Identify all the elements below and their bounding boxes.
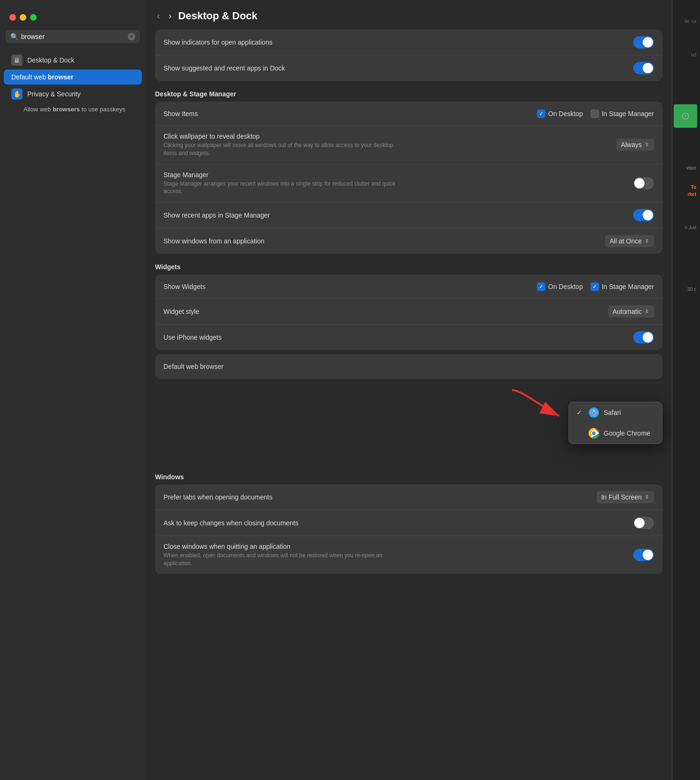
- default-browser-value: Safari: [624, 363, 642, 370]
- search-icon: 🔍: [10, 33, 18, 40]
- arrow-annotation: [507, 385, 564, 425]
- back-button[interactable]: ‹: [155, 9, 162, 22]
- forward-button[interactable]: ›: [167, 9, 174, 22]
- in-stage-group: In Stage Manager: [591, 109, 654, 118]
- iphone-widgets-row: Use iPhone widgets: [155, 325, 662, 350]
- windows-header: Windows: [155, 473, 662, 481]
- fullscreen-button[interactable]: [30, 14, 37, 21]
- widget-style-select[interactable]: Automatic ⬍: [608, 305, 654, 318]
- sidebar-item-default-browser[interactable]: Default web browser: [4, 70, 142, 85]
- prefer-tabs-select[interactable]: In Full Screen ⬍: [597, 491, 654, 503]
- sidebar-item-desktop-dock[interactable]: 🖥 Desktop & Dock: [4, 51, 142, 70]
- ask-keep-changes-toggle[interactable]: [633, 517, 654, 529]
- svg-point-10: [592, 431, 596, 435]
- show-indicators-toggle[interactable]: [633, 36, 654, 48]
- sidebar-sub-item-passkeys[interactable]: Allow web browsers to use passkeys: [0, 103, 146, 115]
- content-area: Show indicators for open applications Sh…: [146, 30, 672, 597]
- chrome-label: Google Chrome: [604, 429, 650, 437]
- prefer-tabs-row: Prefer tabs when opening documents In Fu…: [155, 484, 662, 510]
- default-browser-label: Default web browser: [163, 363, 224, 370]
- in-stage-label: In Stage Manager: [602, 110, 654, 117]
- show-recent-stage-label: Show recent apps in Stage Manager: [163, 211, 633, 219]
- click-wallpaper-label: Click wallpaper to reveal desktop: [163, 133, 616, 140]
- ask-keep-changes-row: Ask to keep changes when closing documen…: [155, 510, 662, 536]
- on-desktop-checkbox[interactable]: ✓: [537, 109, 545, 118]
- sidebar: 🔍 ✕ 🖥 Desktop & Dock Default web browser…: [0, 0, 146, 780]
- sidebar-item-label-desktop-dock: Desktop & Dock: [27, 56, 74, 64]
- show-windows-select[interactable]: All at Once ⬍: [605, 235, 654, 247]
- click-wallpaper-select[interactable]: Always ⬍: [616, 139, 654, 151]
- show-suggested-row: Show suggested and recent apps in Dock: [155, 55, 662, 81]
- click-wallpaper-row: Click wallpaper to reveal desktop Clicki…: [155, 126, 662, 164]
- close-windows-label: Close windows when quitting an applicati…: [163, 543, 633, 550]
- desktop-stage-card: Show Items ✓ On Desktop In Stage Manager: [155, 101, 662, 254]
- widgets-in-stage-checkbox[interactable]: ✓: [591, 282, 599, 291]
- widget-style-value: Automatic: [613, 308, 642, 315]
- prefer-tabs-value: In Full Screen: [601, 493, 642, 501]
- widgets-on-desktop-checkbox[interactable]: ✓: [537, 282, 545, 291]
- search-clear-button[interactable]: ✕: [128, 33, 135, 40]
- minimize-button[interactable]: [20, 14, 26, 21]
- dropdown-item-chrome[interactable]: ✓ Google Chro: [569, 423, 662, 444]
- chrome-icon: [589, 428, 599, 438]
- widget-style-chevron-icon: ⬍: [645, 308, 649, 315]
- show-suggested-label: Show suggested and recent apps in Dock: [163, 64, 633, 72]
- dock-settings-card: Show indicators for open applications Sh…: [155, 30, 662, 81]
- safari-icon: [589, 407, 599, 418]
- sidebar-item-label-privacy: Privacy & Security: [27, 90, 81, 98]
- windows-card: Prefer tabs when opening documents In Fu…: [155, 484, 662, 574]
- widgets-card: Show Widgets ✓ On Desktop ✓ In Stage Man…: [155, 274, 662, 350]
- desktop-dock-icon: 🖥: [11, 55, 23, 66]
- chevron-up-down-icon: ⬍: [645, 141, 649, 148]
- sidebar-item-privacy-security[interactable]: ✋ Privacy & Security: [4, 85, 142, 103]
- in-stage-checkbox[interactable]: [591, 109, 599, 118]
- ask-keep-changes-label: Ask to keep changes when closing documen…: [163, 519, 633, 527]
- iphone-widgets-label: Use iPhone widgets: [163, 334, 633, 341]
- stage-manager-toggle[interactable]: [633, 177, 654, 189]
- sidebar-sub-item-label: Allow web browsers to use passkeys: [23, 106, 125, 113]
- chevron-updown-icon: ⬍: [645, 238, 649, 244]
- privacy-icon: ✋: [11, 88, 23, 100]
- prefer-tabs-label: Prefer tabs when opening documents: [163, 493, 597, 501]
- close-windows-toggle[interactable]: [633, 549, 654, 561]
- widgets-in-stage-group: ✓ In Stage Manager: [591, 282, 654, 291]
- show-widgets-row: Show Widgets ✓ On Desktop ✓ In Stage Man…: [155, 274, 662, 299]
- search-bar[interactable]: 🔍 ✕: [6, 30, 140, 43]
- show-windows-value: All at Once: [610, 237, 642, 245]
- widget-style-row: Widget style Automatic ⬍: [155, 299, 662, 325]
- traffic-lights: [0, 9, 146, 30]
- close-windows-row: Close windows when quitting an applicati…: [155, 536, 662, 574]
- stage-manager-desc: Stage Manager arranges your recent windo…: [163, 180, 408, 196]
- show-recent-stage-toggle[interactable]: [633, 209, 654, 221]
- default-browser-row: Default web browser Safari ⬍: [155, 354, 662, 379]
- show-indicators-row: Show indicators for open applications: [155, 30, 662, 55]
- widget-style-label: Widget style: [163, 308, 608, 315]
- show-indicators-label: Show indicators for open applications: [163, 39, 633, 46]
- show-windows-label: Show windows from an application: [163, 237, 605, 245]
- widgets-on-desktop-group: ✓ On Desktop: [537, 282, 583, 291]
- widgets-on-desktop-label: On Desktop: [548, 283, 583, 290]
- desktop-stage-header: Desktop & Stage Manager: [155, 90, 662, 98]
- iphone-widgets-toggle[interactable]: [633, 331, 654, 343]
- prefer-tabs-chevron-icon: ⬍: [645, 494, 649, 500]
- widgets-in-stage-label: In Stage Manager: [602, 283, 654, 290]
- sidebar-item-label-default-browser: Default web browser: [11, 73, 73, 81]
- browser-dropdown: ✓ Safari ✓: [568, 402, 662, 444]
- browser-select-chevron-icon: ⬍: [645, 363, 649, 370]
- stage-manager-label: Stage Manager: [163, 171, 633, 179]
- close-windows-desc: When enabled, open documents and windows…: [163, 552, 408, 568]
- show-widgets-label: Show Widgets: [163, 283, 537, 290]
- page-title: Desktop & Dock: [178, 10, 257, 22]
- title-bar: ‹ › Desktop & Dock: [146, 0, 672, 30]
- dropdown-item-safari[interactable]: ✓ Safari: [569, 402, 662, 423]
- on-desktop-group: ✓ On Desktop: [537, 109, 583, 118]
- stage-manager-row: Stage Manager Stage Manager arranges you…: [155, 164, 662, 203]
- show-suggested-toggle[interactable]: [633, 62, 654, 74]
- main-content: ‹ › Desktop & Dock Show indicators for o…: [146, 0, 672, 780]
- close-button[interactable]: [9, 14, 16, 21]
- show-windows-row: Show windows from an application All at …: [155, 228, 662, 254]
- right-partial-panel: ite na ud ⊙ visor To rket n Jud 30 c: [672, 0, 700, 780]
- right-partial-text: ite na ud ⊙ visor To rket n Jud 30 c: [672, 0, 700, 296]
- search-input[interactable]: [21, 33, 125, 40]
- safari-label: Safari: [604, 409, 621, 416]
